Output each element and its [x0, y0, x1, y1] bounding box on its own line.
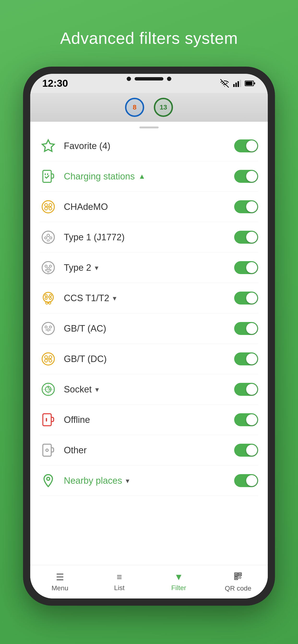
- svg-point-23: [45, 265, 47, 268]
- svg-point-15: [49, 207, 52, 210]
- phone-frame: 12:30: [23, 66, 275, 606]
- bottom-nav: ☰ Menu ≡ List ▼ Filter: [30, 565, 268, 598]
- gbt-dc-icon: [40, 350, 57, 367]
- svg-point-12: [45, 204, 48, 206]
- other-label: Other: [64, 445, 234, 456]
- other-toggle[interactable]: [234, 444, 258, 457]
- map-marker-1: 8: [125, 98, 144, 117]
- svg-rect-8: [43, 170, 51, 182]
- ccs-icon: [40, 290, 57, 306]
- signal-icon: [232, 79, 241, 88]
- gbt-ac-label: GB/T (AC): [64, 324, 234, 334]
- nav-item-menu[interactable]: ☰ Menu: [30, 572, 90, 592]
- filter-row-other[interactable]: Other: [40, 435, 258, 466]
- filter-icon: ▼: [174, 572, 183, 582]
- offline-label: Offline: [64, 415, 234, 425]
- favorite-toggle[interactable]: [234, 140, 258, 152]
- svg-rect-67: [239, 577, 240, 578]
- gbt-dc-label: GB/T (DC): [64, 354, 234, 364]
- svg-rect-2: [238, 81, 239, 87]
- battery-icon: [245, 79, 256, 88]
- svg-rect-0: [233, 84, 235, 87]
- filter-row-socket[interactable]: Socket ▾: [40, 374, 258, 405]
- svg-point-45: [49, 356, 52, 359]
- speaker-bar: [135, 77, 163, 80]
- svg-point-14: [45, 207, 48, 210]
- ccs-label: CCS T1/T2 ▾: [64, 293, 234, 303]
- qr-code-icon: [233, 572, 243, 583]
- filter-row-favorite[interactable]: Favorite (4): [40, 131, 258, 161]
- svg-point-41: [46, 330, 47, 330]
- filter-row-offline[interactable]: Offline: [40, 405, 258, 435]
- charging-stations-toggle[interactable]: [234, 170, 258, 183]
- svg-point-24: [49, 265, 52, 268]
- filter-row-ccs[interactable]: CCS T1/T2 ▾: [40, 283, 258, 314]
- svg-marker-7: [42, 140, 54, 152]
- chademo-label: CHAdeMO: [64, 202, 234, 212]
- chevron-down-icon-3: ▾: [95, 385, 99, 394]
- type2-toggle[interactable]: [234, 261, 258, 274]
- svg-rect-63: [238, 576, 239, 577]
- type2-icon: [40, 259, 57, 276]
- svg-point-32: [45, 297, 47, 300]
- svg-point-38: [45, 326, 47, 328]
- svg-point-25: [47, 268, 49, 270]
- svg-rect-60: [239, 573, 241, 575]
- type1-toggle[interactable]: [234, 231, 258, 244]
- svg-point-39: [49, 326, 52, 328]
- filter-row-charging-stations[interactable]: Charging stations ▲: [40, 161, 258, 192]
- content-area[interactable]: Favorite (4) Ch: [30, 122, 268, 565]
- drag-handle[interactable]: [30, 122, 268, 131]
- socket-toggle[interactable]: [234, 383, 258, 396]
- chademo-toggle[interactable]: [234, 200, 258, 213]
- charging-station-icon: [40, 168, 57, 185]
- filter-row-gbt-ac[interactable]: GB/T (AC): [40, 314, 258, 344]
- ccs-toggle[interactable]: [234, 292, 258, 304]
- svg-point-13: [49, 204, 52, 206]
- svg-point-40: [47, 329, 49, 331]
- svg-point-46: [45, 360, 48, 362]
- svg-point-18: [47, 234, 50, 237]
- offline-icon: [40, 411, 57, 428]
- type1-label: Type 1 (J1772): [64, 232, 234, 242]
- svg-rect-58: [235, 573, 237, 575]
- list-icon: ≡: [117, 572, 122, 582]
- svg-rect-21: [47, 240, 49, 241]
- nav-item-qrcode[interactable]: QR code: [209, 572, 268, 592]
- svg-point-20: [50, 237, 52, 239]
- filter-row-chademo[interactable]: CHAdeMO: [40, 192, 258, 222]
- star-icon: [40, 138, 57, 154]
- status-icons: [220, 79, 256, 88]
- nearby-places-toggle[interactable]: [234, 474, 258, 487]
- gbt-ac-toggle[interactable]: [234, 322, 258, 335]
- map-preview: 8 13: [30, 93, 268, 122]
- chevron-down-icon: ▾: [95, 264, 98, 272]
- svg-rect-3: [240, 80, 241, 87]
- camera-dot-2: [167, 77, 171, 81]
- svg-point-17: [42, 231, 54, 244]
- filter-row-type1[interactable]: Type 1 (J1772): [40, 222, 258, 252]
- filter-row-type2[interactable]: Type 2 ▾: [40, 252, 258, 283]
- nav-item-list[interactable]: ≡ List: [90, 572, 149, 592]
- svg-rect-5: [246, 82, 252, 85]
- type2-label: Type 2 ▾: [64, 262, 234, 273]
- list-label: List: [114, 584, 124, 592]
- socket-icon: [40, 381, 57, 398]
- gbt-dc-toggle[interactable]: [234, 352, 258, 365]
- charging-stations-label: Charging stations ▲: [64, 171, 234, 182]
- nearby-places-label: Nearby places ▾: [64, 476, 234, 486]
- page-title: Advanced filters system: [60, 29, 238, 48]
- filter-row-gbt-dc[interactable]: GB/T (DC): [40, 344, 258, 374]
- svg-rect-28: [47, 271, 49, 272]
- offline-toggle[interactable]: [234, 413, 258, 426]
- wifi-icon: [220, 79, 229, 88]
- nav-item-filter[interactable]: ▼ Filter: [149, 572, 209, 592]
- svg-point-33: [49, 297, 52, 300]
- drag-handle-bar: [139, 126, 159, 128]
- other-station-icon: [40, 442, 57, 458]
- svg-point-56: [47, 477, 50, 480]
- qrcode-label: QR code: [225, 584, 251, 592]
- chevron-down-icon-2: ▾: [113, 294, 116, 302]
- svg-rect-68: [241, 577, 241, 578]
- filter-row-nearby-places[interactable]: Nearby places ▾: [40, 466, 258, 496]
